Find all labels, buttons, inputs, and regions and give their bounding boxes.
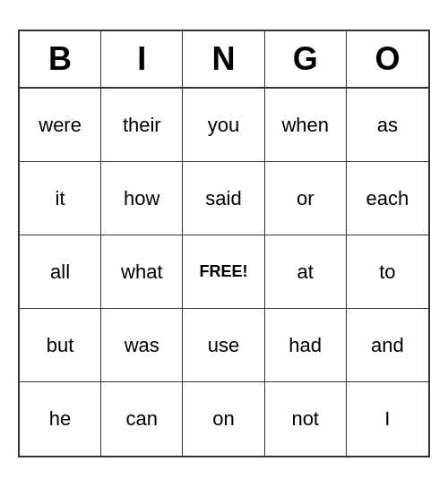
cell-4-1: can — [101, 382, 183, 456]
cell-3-2: use — [183, 309, 264, 382]
cell-2-3: at — [265, 235, 347, 309]
cell-3-0: but — [20, 309, 101, 382]
header-g: G — [265, 31, 347, 87]
cell-1-4: each — [347, 162, 428, 235]
cell-4-4: I — [347, 382, 428, 456]
cell-3-4: and — [347, 309, 428, 382]
cell-1-1: how — [101, 162, 183, 235]
cell-1-2: said — [183, 162, 264, 235]
bingo-header: B I N G O — [20, 31, 428, 89]
header-b: B — [20, 31, 101, 87]
cell-1-0: it — [20, 162, 101, 235]
cell-2-4: to — [347, 235, 428, 309]
header-o: O — [347, 31, 428, 87]
cell-0-1: their — [101, 89, 183, 162]
cell-4-0: he — [20, 382, 101, 456]
cell-0-3: when — [265, 89, 347, 162]
cell-4-3: not — [265, 382, 347, 456]
cell-0-4: as — [347, 89, 428, 162]
header-n: N — [183, 31, 264, 87]
bingo-card: B I N G O were their you when as it how … — [18, 30, 430, 457]
cell-0-0: were — [20, 89, 101, 162]
cell-4-2: on — [183, 382, 264, 456]
cell-1-3: or — [265, 162, 347, 235]
bingo-grid: were their you when as it how said or ea… — [20, 89, 428, 456]
cell-2-1: what — [101, 235, 183, 309]
cell-0-2: you — [183, 89, 264, 162]
header-i: I — [101, 31, 183, 87]
free-space: FREE! — [183, 235, 264, 309]
cell-3-1: was — [101, 309, 183, 382]
cell-2-0: all — [20, 235, 101, 309]
cell-3-3: had — [265, 309, 347, 382]
